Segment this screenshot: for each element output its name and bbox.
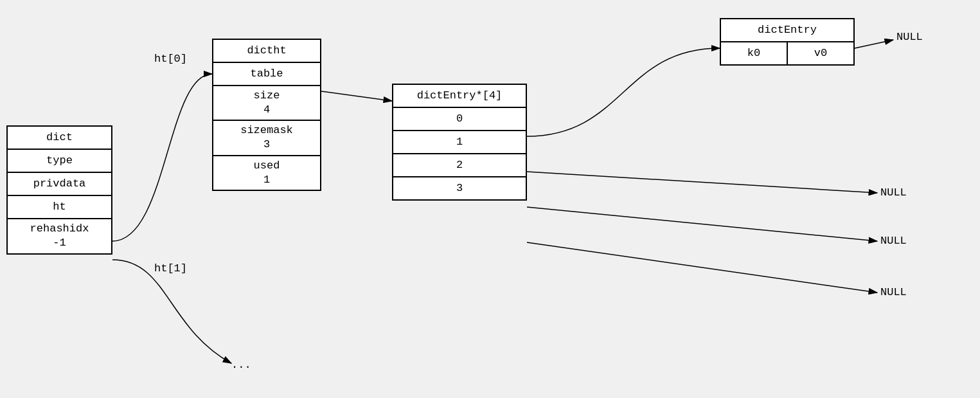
dict-entry-box: dictEntry k0 v0 [720,18,855,66]
array0-arrow [527,48,720,136]
dict-box: dict type privdata ht rehashidx-1 [6,125,112,255]
dict-entry-title: dictEntry [721,19,853,42]
dictht-cell-sizemask: sizemask3 [213,121,320,156]
ht0-arrow [112,74,212,241]
dictht-cell-size: size4 [213,86,320,121]
null-2-label: NULL [880,235,907,247]
array-cell-0: 0 [393,108,526,131]
array1-null-arrow [527,172,877,193]
null-3-label: NULL [880,286,907,298]
array-cell-title: dictEntry*[4] [393,85,526,108]
dict-entry-v0: v0 [788,42,853,64]
array2-null-arrow [527,207,877,241]
array-cell-3: 3 [393,177,526,199]
dict-cell-ht: ht [8,196,111,219]
table-arrow [321,91,392,101]
dots-label: ... [231,359,251,371]
dictht-box: dictht table size4 sizemask3 used1 [212,39,321,191]
ht1-label: ht[1] [154,262,187,275]
dictht-cell-table: table [213,63,320,86]
dict-cell-rehashidx: rehashidx-1 [8,219,111,253]
ht0-label: ht[0] [154,53,187,65]
null-top-label: NULL [896,31,923,43]
array-cell-1: 1 [393,131,526,154]
dictht-cell-used: used1 [213,156,320,190]
dict-cell-privdata: privdata [8,173,111,196]
dict-entry-k0: k0 [721,42,788,64]
null-1-label: NULL [880,186,907,199]
diagram-container: dict type privdata ht rehashidx-1 dictht… [0,0,980,398]
array-cell-2: 2 [393,154,526,177]
dict-cell-dict: dict [8,127,111,150]
dict-entry-array-box: dictEntry*[4] 0 1 2 3 [392,84,527,201]
array3-null-arrow [527,242,877,293]
dictentry-null-arrow [855,40,893,48]
ht1-arrow [112,260,231,363]
dict-cell-type: type [8,150,111,173]
dictht-cell-title: dictht [213,40,320,63]
